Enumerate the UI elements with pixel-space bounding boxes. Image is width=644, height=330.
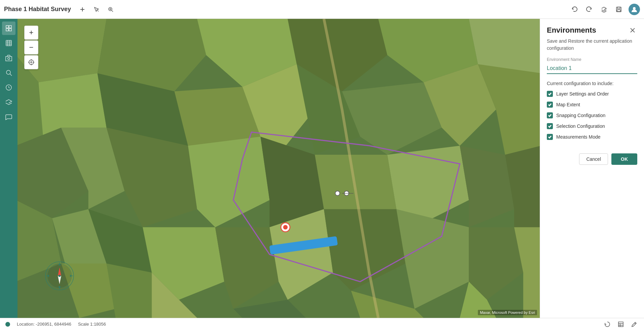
svg-rect-98 <box>618 322 623 327</box>
svg-rect-15 <box>6 40 11 46</box>
map-container[interactable]: + − <box>17 19 540 318</box>
undo-button[interactable] <box>569 4 579 14</box>
svg-line-102 <box>635 323 636 324</box>
svg-point-73 <box>29 60 34 65</box>
sidebar-icon-grid[interactable] <box>2 36 15 50</box>
svg-point-69 <box>283 225 288 229</box>
status-indicator <box>5 322 10 327</box>
map-fields <box>17 19 540 318</box>
save-topbar-icon[interactable] <box>614 4 624 14</box>
left-sidebar <box>0 19 17 318</box>
checkbox-snapping-config-label: Snapping Configuration <box>556 113 605 118</box>
status-sync-icon[interactable] <box>603 320 612 329</box>
checkbox-map-extent-box <box>547 102 553 108</box>
svg-line-4 <box>112 10 113 12</box>
ok-button[interactable]: OK <box>611 153 637 165</box>
checkbox-layer-settings-box <box>547 91 553 97</box>
svg-rect-8 <box>617 7 620 9</box>
status-bar: Location: -206951, 6844946 Scale 1:18056 <box>0 318 644 330</box>
locate-button[interactable] <box>24 55 38 69</box>
redo-button[interactable] <box>584 4 594 14</box>
svg-rect-9 <box>617 10 620 11</box>
status-edit-icon[interactable] <box>630 320 639 329</box>
sidebar-icon-chat[interactable] <box>2 110 15 124</box>
user-avatar[interactable] <box>629 4 640 15</box>
zoom-tool-button[interactable] <box>105 4 116 15</box>
add-tab-button[interactable] <box>77 4 88 15</box>
location-status: Location: -206951, 6844946 <box>17 322 71 327</box>
svg-point-21 <box>6 70 10 74</box>
environments-panel: Environments Save and Restore the curren… <box>540 19 644 318</box>
svg-rect-12 <box>9 26 11 28</box>
main-area: + − <box>0 19 644 318</box>
checkbox-selection-config[interactable]: Selection Configuration <box>547 123 637 129</box>
zoom-out-button[interactable]: − <box>24 40 38 54</box>
checkbox-measurements-mode[interactable]: Measurements Mode <box>547 134 637 140</box>
map-attribution: Maxar, Microsoft Powered by Esri <box>478 310 537 315</box>
panel-title: Environments <box>547 26 596 35</box>
config-section-title: Current configuration to include: <box>547 81 637 86</box>
panel-body: Save and Restore the current application… <box>540 38 644 318</box>
svg-point-74 <box>31 62 32 63</box>
checkbox-measurements-mode-box <box>547 134 553 140</box>
svg-rect-11 <box>6 26 8 28</box>
svg-point-20 <box>8 58 10 60</box>
checkbox-selection-config-label: Selection Configuration <box>556 123 605 129</box>
svg-rect-14 <box>9 29 11 31</box>
svg-rect-13 <box>6 29 8 31</box>
sidebar-icon-layers[interactable] <box>2 22 15 35</box>
layers-topbar-icon[interactable] <box>599 4 609 14</box>
checkbox-snapping-config[interactable]: Snapping Configuration <box>547 112 637 118</box>
svg-point-70 <box>335 191 340 195</box>
panel-actions: Cancel OK <box>547 150 637 165</box>
checkbox-layer-settings-label: Layer Settings and Order <box>556 91 609 97</box>
checkbox-selection-config-box <box>547 123 553 129</box>
sidebar-icon-search[interactable] <box>2 66 15 79</box>
svg-line-2 <box>97 10 99 11</box>
status-bar-right <box>603 320 639 329</box>
checkbox-layer-settings[interactable]: Layer Settings and Order <box>547 91 637 97</box>
checkbox-map-extent-label: Map Extent <box>556 102 580 107</box>
sidebar-icon-dashboard[interactable] <box>2 81 15 94</box>
topbar-right <box>569 4 640 15</box>
status-table-icon[interactable] <box>616 320 625 329</box>
topbar: Phase 1 Habitat Survey <box>0 0 644 19</box>
sidebar-icon-layers2[interactable] <box>2 96 15 109</box>
env-name-label: Environment Name <box>547 57 637 62</box>
panel-description: Save and Restore the current application… <box>547 38 637 52</box>
env-name-input[interactable] <box>547 64 637 74</box>
map-controls: + − <box>24 26 38 69</box>
checkbox-list: Layer Settings and Order Map Extent Snap… <box>547 91 637 140</box>
checkbox-measurements-mode-label: Measurements Mode <box>556 134 601 140</box>
app-title: Phase 1 Habitat Survey <box>4 6 71 13</box>
panel-header: Environments <box>540 19 644 38</box>
svg-point-10 <box>633 7 636 10</box>
zoom-in-button[interactable]: + <box>24 26 38 40</box>
panel-close-button[interactable] <box>628 26 637 35</box>
scale-status: Scale 1:18056 <box>78 322 106 327</box>
select-tool-button[interactable] <box>91 4 102 15</box>
compass[interactable] <box>44 261 75 291</box>
checkbox-snapping-config-box <box>547 112 553 118</box>
cancel-button[interactable]: Cancel <box>579 153 608 165</box>
sidebar-icon-camera[interactable] <box>2 51 15 65</box>
svg-point-91 <box>59 275 61 277</box>
svg-line-22 <box>10 74 12 76</box>
checkbox-map-extent[interactable]: Map Extent <box>547 102 637 108</box>
